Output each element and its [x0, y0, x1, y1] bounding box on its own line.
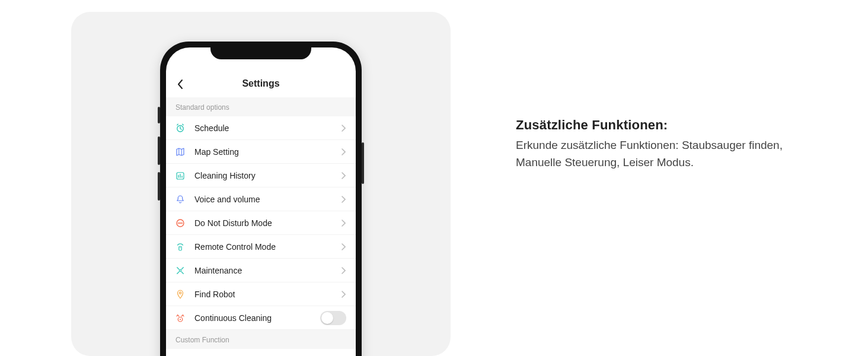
dnd-icon — [174, 217, 186, 229]
chevron-right-icon — [340, 196, 346, 202]
promo-heading: Zusätzliche Funktionen: — [516, 117, 800, 133]
row-map-setting[interactable]: Map Setting — [166, 140, 356, 164]
clock-icon — [174, 122, 186, 134]
chevron-right-icon — [340, 244, 346, 250]
row-label: Continuous Cleaning — [194, 313, 320, 323]
row-schedule[interactable]: Schedule — [166, 116, 356, 140]
row-label: Cleaning History — [194, 171, 340, 180]
section-header-custom: Custom Function — [166, 330, 356, 349]
bell-icon — [174, 193, 186, 205]
map-icon — [174, 146, 186, 158]
page-title: Settings — [242, 78, 279, 89]
phone-mute-switch — [158, 107, 160, 123]
back-button[interactable] — [174, 78, 186, 90]
chevron-right-icon — [340, 125, 346, 131]
svg-rect-3 — [179, 246, 182, 250]
row-do-not-disturb[interactable]: Do Not Disturb Mode — [166, 211, 356, 235]
remote-icon — [174, 241, 186, 253]
chevron-left-icon — [177, 79, 184, 90]
phone-power-button — [362, 142, 364, 184]
row-label: Maintenance — [194, 266, 340, 275]
continuous-icon — [174, 312, 186, 324]
row-maintenance[interactable]: Maintenance — [166, 259, 356, 282]
chevron-right-icon — [340, 268, 346, 274]
svg-point-8 — [180, 319, 181, 320]
nav-bar: Settings — [166, 47, 356, 97]
row-label: Schedule — [194, 123, 340, 133]
row-remote-control[interactable]: Remote Control Mode — [166, 235, 356, 259]
continuous-cleaning-toggle[interactable] — [320, 311, 346, 325]
promo-text-block: Zusätzliche Funktionen: Erkunde zusätzli… — [516, 117, 800, 356]
phone-mockup: Settings Standard options Schedule — [160, 42, 362, 356]
maintenance-icon — [174, 265, 186, 276]
promo-body: Erkunde zusätzliche Funktionen: Staubsau… — [516, 136, 800, 171]
chevron-right-icon — [340, 220, 346, 226]
product-image-panel: Settings Standard options Schedule — [71, 12, 451, 356]
row-label: Map Setting — [194, 147, 340, 157]
svg-point-5 — [179, 269, 181, 271]
svg-point-4 — [180, 247, 181, 248]
chevron-right-icon — [340, 291, 346, 297]
location-icon — [174, 288, 186, 300]
chevron-right-icon — [340, 173, 346, 179]
row-find-robot[interactable]: Find Robot — [166, 282, 356, 306]
section-header-standard: Standard options — [166, 97, 356, 116]
row-label: Do Not Disturb Mode — [194, 218, 340, 228]
row-label: Voice and volume — [194, 195, 340, 204]
row-label: Remote Control Mode — [194, 242, 340, 252]
phone-volume-down — [158, 172, 160, 201]
row-label: Find Robot — [194, 290, 340, 299]
phone-screen: Settings Standard options Schedule — [166, 47, 356, 356]
phone-volume-up — [158, 136, 160, 165]
chevron-right-icon — [340, 149, 346, 155]
row-continuous-cleaning: Continuous Cleaning — [166, 306, 356, 330]
svg-point-6 — [179, 292, 181, 294]
row-voice-volume[interactable]: Voice and volume — [166, 187, 356, 211]
history-icon — [174, 170, 186, 182]
row-cleaning-history[interactable]: Cleaning History — [166, 164, 356, 187]
